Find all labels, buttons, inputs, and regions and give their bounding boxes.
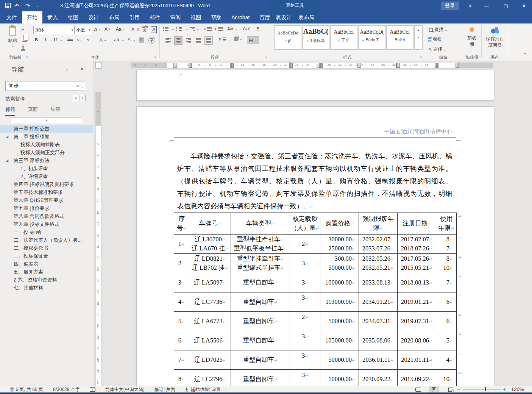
previous-page[interactable]: ↵	[136, 70, 494, 101]
paste-button[interactable]: 粘贴 ⌄	[4, 26, 21, 48]
body-paragraph[interactable]: 车辆险种要求包括：交强险、第三者责任险；蒸汽洗井车、热洗车、水泥车、压风机、锅炉…	[177, 150, 452, 213]
table-cell[interactable]: 2034.01.21↵	[359, 292, 398, 312]
table-cell[interactable]: 辽 LC7736↵	[189, 292, 231, 312]
enclose-characters-button[interactable]: 字	[148, 37, 155, 44]
table-header-cell[interactable]: 车牌号↵	[189, 213, 231, 235]
nav-pane-close-icon[interactable]: ✕	[80, 67, 84, 72]
distribute-button[interactable]	[204, 36, 213, 45]
table-cell[interactable]: 50000.00↵	[320, 312, 359, 331]
font-name-combo[interactable]: 宋体 ▾	[33, 26, 75, 34]
nav-heading-item[interactable]: 第一章 招标公告	[0, 125, 94, 133]
style-item-2[interactable]: AaBbC(↵1级标题	[302, 25, 329, 50]
table-cell[interactable]: 3↵	[290, 350, 320, 370]
table-cell[interactable]: 辽 LC2796↵	[189, 370, 231, 386]
accessibility-status[interactable]: 辅助功能: 调查	[185, 386, 220, 393]
strikethrough-button[interactable]: abc	[67, 38, 73, 42]
decrease-indent-button[interactable]: ◂	[204, 27, 212, 31]
nav-heading-item[interactable]: ◢第二章 投标须知	[0, 133, 94, 141]
table-column-marker[interactable]	[173, 63, 177, 68]
table-cell[interactable]: 30000.00↵25000.00↵	[320, 235, 359, 254]
table-cell[interactable]: 105000.00↵	[320, 331, 359, 350]
nav-heading-item[interactable]: 二、法定代表人（负责人）身...	[0, 236, 94, 244]
table-cell[interactable]: 辽 LA5506↵	[189, 331, 231, 350]
table-header-cell[interactable]: 强制报废年限↵	[359, 213, 398, 235]
table-cell[interactable]: 2018.08.13↵	[398, 273, 436, 292]
tab-引用[interactable]: 引用	[124, 11, 145, 23]
table-cell[interactable]: 3↵	[174, 273, 189, 292]
read-mode-button[interactable]	[413, 386, 423, 392]
replace-button[interactable]: abac替换	[428, 36, 442, 43]
collapse-ribbon-button[interactable]: ⌃	[523, 52, 527, 57]
print-layout-button[interactable]	[429, 386, 439, 392]
table-cell[interactable]: 8↵	[174, 370, 189, 386]
subscript-button[interactable]: x₂	[77, 38, 81, 42]
table-header-cell[interactable]: 序号↵	[174, 213, 189, 235]
nav-search-clear-icon[interactable]: ✕	[75, 84, 80, 88]
nav-previous-result-button[interactable]: ∧	[73, 95, 79, 101]
table-cell[interactable]: 50000.00↵	[320, 350, 359, 370]
table-cell[interactable]: 重型自卸车↵	[231, 312, 290, 331]
sort-button[interactable]: A↓Z	[243, 27, 250, 31]
nav-scroll-up-strip[interactable]: ▲	[11, 117, 82, 123]
table-header-cell[interactable]: 注册日期↵	[398, 213, 436, 235]
language-indicator[interactable]: 简体中文(中国大陆)	[105, 386, 145, 393]
bold-button[interactable]: B	[35, 37, 38, 43]
character-shading-button[interactable]: A	[139, 37, 144, 43]
tab-Acrobat[interactable]: Acrobat	[226, 11, 254, 23]
nav-heading-item[interactable]: 投标人须知前附表	[0, 141, 94, 149]
table-cell[interactable]: 2021.01.11↵	[398, 350, 436, 370]
align-center-button[interactable]	[174, 36, 183, 45]
paragraph-dialog-launcher[interactable]: ↘	[264, 55, 268, 59]
clipboard-dialog-launcher[interactable]: ↘	[25, 55, 30, 59]
table-header-cell[interactable]: 购置价格↵	[320, 213, 359, 235]
font-color-button[interactable]: A⌄	[126, 37, 136, 43]
table-cell[interactable]: 辽 LD8821↵辽 LB702 挂↵	[189, 254, 231, 273]
shrink-font-button[interactable]: A▾	[105, 27, 110, 32]
table-cell[interactable]: 3↵	[290, 254, 320, 273]
nav-heading-item[interactable]: 三、投标保证金	[0, 252, 94, 260]
zoom-slider-track[interactable]	[463, 389, 501, 389]
table-cell[interactable]: 300.00↵50000.00↵	[320, 254, 359, 273]
table-cell[interactable]: 2017.02.07↵2018.07.26↵	[398, 235, 436, 254]
nav-heading-item[interactable]: 第七章 报价要求	[0, 204, 94, 212]
table-cell[interactable]: 6↵	[436, 292, 457, 312]
table-cell[interactable]: 100000.00↵	[320, 273, 359, 292]
highlight-button[interactable]: ab⌄	[113, 37, 124, 43]
nav-heading-item[interactable]: 投标人须知正文部分	[0, 149, 94, 156]
font-size-combo[interactable]: 小五 ▾	[74, 26, 92, 34]
nav-tab-标题[interactable]: 标题	[5, 106, 15, 116]
context-tab-表布局[interactable]: 表布局	[295, 11, 318, 23]
nav-heading-item[interactable]: 2 六、资格审查资料	[0, 276, 94, 284]
table-cell[interactable]: 2015.09.22↵	[398, 370, 436, 386]
nav-heading-item[interactable]: 第八章 合同条款及格式	[0, 212, 94, 220]
table-cell[interactable]: 辽 LA6773↵	[189, 312, 231, 331]
nav-heading-item[interactable]: 第四章 招标说明及资料要求	[0, 180, 94, 188]
select-button[interactable]: ↖选择⌄	[429, 46, 446, 53]
table-cell[interactable]: 10000.00↵	[320, 370, 359, 386]
nav-heading-item[interactable]: 四、偏差表	[0, 260, 94, 268]
asian-layout-button[interactable]: A⇄⌄	[227, 27, 237, 31]
tab-开始[interactable]: 开始	[22, 11, 42, 23]
nav-heading-item[interactable]: 第九章 投标文件格式	[0, 220, 94, 228]
web-layout-button[interactable]	[445, 386, 456, 392]
first-line-indent-marker[interactable]: ▽	[289, 62, 292, 65]
styles-more-icon[interactable]: ⌄	[417, 44, 420, 47]
tab-审阅[interactable]: 审阅	[165, 11, 186, 23]
tab-文件[interactable]: 文件	[2, 11, 22, 23]
bullets-button[interactable]: ⌄	[163, 27, 175, 31]
table-cell[interactable]: 2035.08.06↵	[359, 331, 398, 350]
nav-heading-item[interactable]: 第五章技术标准和要求	[0, 188, 94, 196]
style-item-5[interactable]: AaBbCcIBullet	[386, 25, 413, 50]
align-right-button[interactable]	[185, 37, 192, 44]
zoom-in-button[interactable]: +	[503, 386, 506, 393]
ribbon-display-options-button[interactable]: ⌅	[463, 0, 477, 11]
table-cell[interactable]: 2034.07.31↵	[359, 312, 398, 331]
text-effects-button[interactable]: A⌄	[99, 37, 107, 43]
copy-button[interactable]	[22, 36, 27, 42]
table-cell[interactable]: 2019.07.31↵	[398, 312, 436, 331]
table-cell[interactable]: 重型半挂牵引车↵重型罐式半挂车↵	[231, 254, 290, 273]
table-cell[interactable]: 113000.00↵	[320, 292, 359, 312]
table-cell[interactable]: 7↵	[436, 273, 457, 292]
horizontal-ruler[interactable]: L 64224681012141618202224262830323436384…	[95, 62, 532, 69]
table-column-marker[interactable]	[357, 63, 361, 68]
